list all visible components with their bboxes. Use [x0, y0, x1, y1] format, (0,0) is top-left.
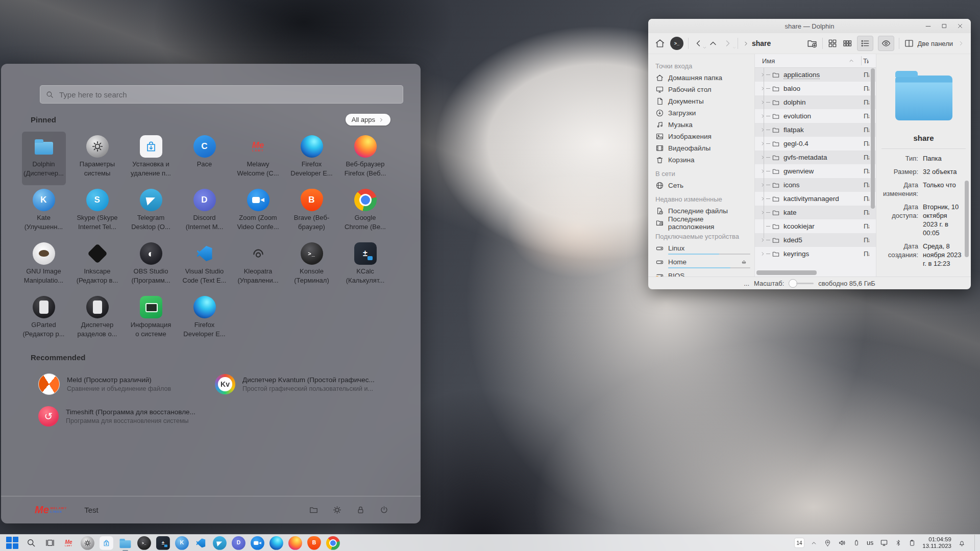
app-tile-melawy-welcome[interactable]: MeLAWY Melawy Welcome (C... — [236, 132, 280, 185]
app-tile-discord[interactable]: D Discord (Internet M... — [183, 185, 227, 239]
expand-icon[interactable] — [760, 155, 766, 160]
app-tile-gimp[interactable]: GNU Image Manipulatio... — [22, 239, 66, 292]
app-tile-zoom[interactable]: Zoom (Zoom Video Confe... — [236, 185, 280, 239]
expand-icon[interactable] — [760, 72, 766, 78]
start-menu-button[interactable] — [5, 536, 19, 550]
taskbar-telegram[interactable] — [213, 536, 227, 550]
device-home[interactable]: Home — [655, 256, 750, 270]
app-tile-inkscape[interactable]: ^ Inkscape (Редактор в... — [76, 239, 119, 292]
folder-row-gvfs-metadata[interactable]: gvfs-metadataПапка — [755, 151, 876, 164]
display-icon[interactable] — [880, 539, 888, 547]
forward-button[interactable] — [723, 38, 733, 48]
taskbar-konsole[interactable]: >_ — [137, 536, 151, 550]
all-apps-button[interactable]: All apps — [346, 114, 390, 126]
minimize-button[interactable] — [924, 22, 932, 30]
folder-row-baloo[interactable]: balooПапка — [755, 82, 876, 95]
power-button[interactable] — [379, 505, 389, 515]
recommended-item-kvantum[interactable]: Kv Диспетчер Kvantum (Простой графичес..… — [215, 368, 391, 400]
folder-row-applications[interactable]: applicationsПапка — [755, 68, 876, 82]
folder-row-keyrings[interactable]: keyringsПапка — [755, 247, 876, 261]
battery-icon[interactable] — [853, 539, 860, 546]
expand-icon[interactable] — [760, 127, 766, 133]
app-tile-system-info[interactable]: Информация о системе — [129, 292, 173, 346]
details-view-button[interactable] — [857, 36, 873, 51]
lock-button[interactable] — [356, 505, 365, 515]
place-images[interactable]: Изображения — [655, 131, 750, 142]
taskbar-system-settings[interactable] — [81, 536, 94, 550]
place-trash[interactable]: Корзина — [655, 154, 750, 166]
folder-row-kded5[interactable]: kded5Папка — [755, 233, 876, 247]
folder-row-flatpak[interactable]: flatpakПапка — [755, 123, 876, 137]
app-tile-pace[interactable]: C Pace — [183, 132, 227, 185]
taskbar-brave[interactable]: B — [307, 536, 321, 550]
clipboard-icon[interactable] — [909, 539, 916, 546]
app-tile-dolphin[interactable]: Dolphin (Диспетчер... — [22, 132, 66, 185]
folder-row-gwenview[interactable]: gwenviewПапка — [755, 164, 876, 178]
expand-icon[interactable] — [760, 113, 766, 119]
zoom-slider[interactable] — [789, 279, 814, 288]
icons-view-button[interactable] — [827, 38, 838, 48]
expand-icon[interactable] — [760, 182, 766, 188]
expand-icon[interactable] — [760, 168, 766, 174]
app-tile-partition-manager[interactable]: Диспетчер разделов о... — [76, 292, 119, 346]
taskbar-melawy-button[interactable]: MeLAWY — [62, 536, 76, 550]
taskbar-firefox-developer[interactable] — [270, 536, 283, 550]
taskbar-firefox[interactable] — [288, 536, 302, 550]
app-tile-telegram[interactable]: Telegram Desktop (O... — [129, 185, 173, 239]
app-tile-firefox[interactable]: Веб-браузер Firefox (Веб... — [344, 132, 387, 185]
breadcrumb[interactable]: share — [743, 39, 771, 47]
clock[interactable]: 01:04:59 13.11.2023 — [922, 536, 951, 549]
up-button[interactable] — [708, 38, 718, 48]
app-tile-system-settings[interactable]: Параметры системы — [76, 132, 119, 185]
compact-view-button[interactable] — [842, 38, 852, 48]
back-button[interactable] — [693, 38, 703, 48]
task-view-button[interactable] — [43, 536, 57, 550]
app-tile-kcalc[interactable]: ± KCalc (Калькулят... — [344, 239, 387, 292]
new-tab-folder-button[interactable] — [806, 38, 818, 49]
title-bar[interactable]: share — Dolphin — [648, 19, 971, 33]
vertical-scrollbar[interactable] — [870, 68, 875, 263]
folder-row-kate[interactable]: kateПапка — [755, 206, 876, 219]
place-home[interactable]: Домашняя папка — [655, 72, 750, 84]
folder-row-gegl[interactable]: gegl-0.4Папка — [755, 137, 876, 151]
app-tile-chrome[interactable]: Google Chrome (Be... — [344, 185, 387, 239]
expand-icon[interactable] — [760, 251, 766, 257]
place-videos[interactable]: Видеофайлы — [655, 142, 750, 154]
taskbar-search-button[interactable] — [24, 536, 38, 550]
close-button[interactable] — [957, 22, 964, 30]
taskbar-chrome[interactable] — [326, 536, 340, 550]
folder-row-kcookiejar[interactable]: kcookiejarПапка — [755, 219, 876, 233]
app-tile-installer[interactable]: Установка и удаление п... — [129, 132, 173, 185]
folder-row-dolphin[interactable]: dolphinПапка — [755, 95, 876, 109]
taskbar-kate[interactable]: K — [175, 536, 189, 550]
place-recent-locations[interactable]: Последние расположения — [655, 217, 750, 229]
volume-icon[interactable] — [838, 539, 846, 547]
forward-dropdown-icon[interactable] — [732, 45, 737, 50]
eject-icon[interactable] — [741, 259, 747, 265]
folder-row-evolution[interactable]: evolutionПапка — [755, 109, 876, 123]
file-manager-button[interactable] — [309, 505, 318, 515]
terminal-avatar-icon[interactable]: >_ — [670, 37, 683, 50]
app-tile-gparted[interactable]: GParted (Редактор р... — [22, 292, 66, 346]
taskbar-zoom[interactable] — [251, 536, 264, 550]
recommended-item-meld[interactable]: Meld (Просмотр различий) Сравнение и объ… — [38, 368, 215, 400]
column-divider[interactable] — [861, 56, 862, 65]
toolbar-overflow-icon[interactable] — [958, 40, 965, 47]
maximize-button[interactable] — [941, 22, 948, 30]
app-tile-skype[interactable]: S Skype (Skype Internet Tel... — [76, 185, 119, 239]
app-tile-obs-studio[interactable]: ◐ OBS Studio (Программ... — [129, 239, 173, 292]
place-documents[interactable]: Документы — [655, 95, 750, 107]
bluetooth-icon[interactable] — [895, 539, 902, 546]
device-linux[interactable]: Linux — [655, 242, 750, 256]
folder-row-kactivitymanagerd[interactable]: kactivitymanagerdПапка — [755, 192, 876, 206]
settings-button[interactable] — [332, 505, 342, 515]
horizontal-scrollbar[interactable] — [756, 270, 868, 275]
back-dropdown-icon[interactable] — [702, 45, 707, 50]
app-tile-brave[interactable]: B Brave (Веб- браузер) — [290, 185, 334, 239]
split-view-button[interactable]: Две панели — [904, 38, 953, 48]
recommended-item-timeshift[interactable]: ↺ Timeshift (Программа для восстановле..… — [38, 400, 215, 432]
app-tile-firefox-developer[interactable]: Firefox Developer E... — [290, 132, 334, 185]
expand-icon[interactable] — [760, 237, 766, 243]
place-music[interactable]: Музыка — [655, 119, 750, 131]
taskbar-vscode[interactable] — [194, 536, 208, 550]
